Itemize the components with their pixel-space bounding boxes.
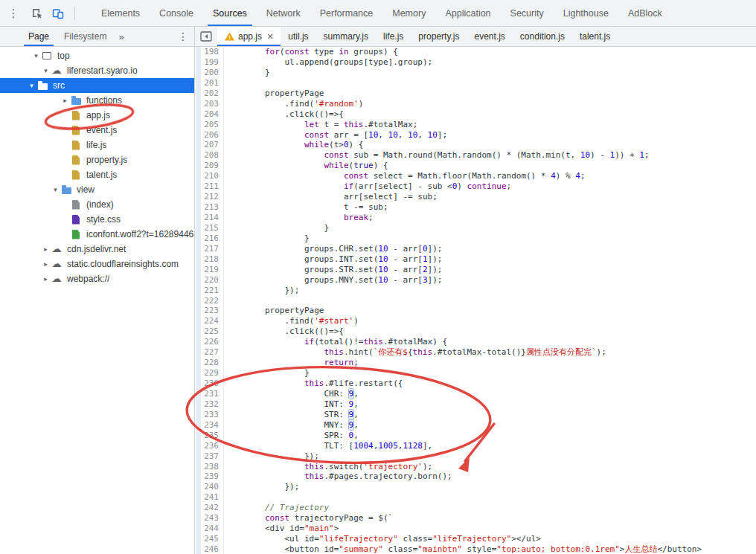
line-number[interactable]: 222	[201, 296, 224, 306]
line-number[interactable]: 233	[201, 410, 224, 420]
sidebar-item-view[interactable]: ▾view	[27, 182, 194, 197]
device-toolbar-icon[interactable]	[49, 4, 67, 22]
line-number[interactable]: 213	[201, 202, 224, 213]
sidebar-item-life-js[interactable]: life.js	[27, 138, 194, 152]
line-number[interactable]: 201	[201, 78, 224, 88]
file-tab-summary-js[interactable]: summary.js	[316, 27, 376, 46]
line-number[interactable]: 203	[201, 99, 224, 109]
line-number[interactable]: 226	[201, 337, 224, 347]
tab-network[interactable]: Network	[257, 0, 310, 26]
chevron-right-icon[interactable]: ▸	[41, 275, 51, 283]
line-number[interactable]: 207	[201, 140, 224, 150]
tab-adblock[interactable]: AdBlock	[618, 0, 672, 26]
close-icon[interactable]: ×	[267, 30, 273, 42]
sidebar-item-src[interactable]: ▾src	[0, 78, 194, 93]
chevron-right-icon[interactable]: ▸	[41, 245, 51, 253]
sidebar-item-liferestart-syaro-io[interactable]: ▾☁liferestart.syaro.io	[27, 63, 194, 78]
file-tab-event-js[interactable]: event.js	[467, 27, 513, 46]
line-number[interactable]: 216	[201, 233, 224, 244]
inspect-element-icon[interactable]	[28, 4, 46, 22]
line-number[interactable]: 244	[201, 524, 224, 534]
chevron-right-icon[interactable]: ▸	[60, 97, 70, 104]
line-number[interactable]: 205	[201, 120, 224, 130]
sidebar-item-static-cloudflareinsights-com[interactable]: ▸☁static.cloudflareinsights.com	[27, 257, 194, 271]
overflow-chevrons-icon[interactable]: »	[114, 31, 128, 42]
tab-console[interactable]: Console	[150, 0, 203, 26]
sidebar-item-iconfont-woff2-t-162894468[interactable]: iconfont.woff2?t=162894468	[27, 227, 194, 242]
line-number[interactable]: 214	[201, 213, 224, 223]
line-number[interactable]: 209	[201, 161, 224, 171]
line-number[interactable]: 235	[201, 431, 224, 441]
line-number[interactable]: 221	[201, 286, 224, 296]
line-number[interactable]: 240	[201, 482, 224, 492]
tab-sources[interactable]: Sources	[203, 0, 257, 26]
line-number[interactable]: 206	[201, 130, 224, 141]
line-number[interactable]: 241	[201, 492, 224, 503]
tab-application[interactable]: Application	[435, 0, 500, 26]
sidebar-item-talent-js[interactable]: talent.js	[27, 167, 194, 182]
chevron-down-icon[interactable]: ▾	[41, 67, 51, 74]
code-editor[interactable]: 198 for(const type in groups) {199 ul.ap…	[196, 47, 756, 554]
line-number[interactable]: 217	[201, 244, 224, 254]
file-tab-life-js[interactable]: life.js	[376, 27, 411, 46]
line-number[interactable]: 227	[201, 347, 224, 358]
navigator-tab-page[interactable]: Page	[21, 27, 57, 46]
file-tab-talent-js[interactable]: talent.js	[572, 27, 618, 46]
sidebar-item-index[interactable]: (index)	[27, 197, 194, 212]
line-number[interactable]: 219	[201, 265, 224, 275]
navigator-tab-filesystem[interactable]: Filesystem	[57, 27, 114, 46]
main-menu-kebab-icon[interactable]: ⋮	[0, 7, 27, 20]
line-number[interactable]: 242	[201, 503, 224, 513]
chevron-right-icon[interactable]: ▸	[41, 260, 51, 268]
sidebar-item-cdn-jsdelivr-net[interactable]: ▸☁cdn.jsdelivr.net	[27, 242, 194, 257]
sidebar-item-top[interactable]: ▾top	[27, 48, 194, 63]
line-number[interactable]: 204	[201, 109, 224, 120]
line-number[interactable]: 246	[201, 544, 224, 554]
sidebar-item-style-css[interactable]: style.css	[27, 212, 194, 227]
line-number[interactable]: 236	[201, 441, 224, 451]
chevron-down-icon[interactable]: ▾	[27, 82, 36, 89]
line-number[interactable]: 238	[201, 462, 224, 472]
chevron-down-icon[interactable]: ▾	[51, 186, 60, 193]
line-number[interactable]: 232	[201, 399, 224, 410]
tab-lighthouse[interactable]: Lighthouse	[554, 0, 618, 26]
file-tab-property-js[interactable]: property.js	[411, 27, 467, 46]
line-number[interactable]: 243	[201, 513, 224, 524]
line-number[interactable]: 228	[201, 358, 224, 368]
line-number[interactable]: 245	[201, 534, 224, 544]
tab-elements[interactable]: Elements	[92, 0, 150, 26]
sidebar-item-webpack[interactable]: ▸☁webpack://	[27, 271, 194, 286]
tab-performance[interactable]: Performance	[310, 0, 383, 26]
sidebar-item-event-js[interactable]: event.js	[27, 123, 194, 138]
line-number[interactable]: 223	[201, 306, 224, 316]
line-number[interactable]: 208	[201, 150, 224, 161]
line-number[interactable]: 211	[201, 181, 224, 192]
line-number[interactable]: 198	[201, 47, 224, 57]
line-number[interactable]: 200	[201, 68, 224, 78]
navigator-kebab-icon[interactable]: ⋮	[178, 30, 188, 42]
line-number[interactable]: 212	[201, 192, 224, 202]
line-number[interactable]: 215	[201, 223, 224, 233]
line-number[interactable]: 225	[201, 326, 224, 337]
sidebar-item-functions[interactable]: ▸functions	[27, 93, 194, 108]
line-number[interactable]: 234	[201, 420, 224, 431]
line-number[interactable]: 230	[201, 379, 224, 389]
line-number[interactable]: 199	[201, 57, 224, 68]
chevron-down-icon[interactable]: ▾	[31, 52, 41, 59]
tab-security[interactable]: Security	[501, 0, 554, 26]
line-number[interactable]: 218	[201, 254, 224, 265]
file-tab-app-js[interactable]: !app.js×	[217, 27, 281, 46]
file-tab-util-js[interactable]: util.js	[281, 27, 315, 46]
line-number[interactable]: 224	[201, 316, 224, 326]
hide-navigator-button[interactable]	[195, 27, 217, 46]
line-number[interactable]: 210	[201, 171, 224, 181]
tab-memory[interactable]: Memory	[382, 0, 435, 26]
sidebar-item-property-js[interactable]: property.js	[27, 152, 194, 167]
line-number[interactable]: 239	[201, 471, 224, 482]
line-number[interactable]: 237	[201, 451, 224, 462]
file-tab-condition-js[interactable]: condition.js	[513, 27, 572, 46]
sidebar-item-app-js[interactable]: app.js	[27, 108, 194, 123]
line-number[interactable]: 202	[201, 88, 224, 99]
line-number[interactable]: 229	[201, 368, 224, 379]
line-number[interactable]: 231	[201, 389, 224, 399]
